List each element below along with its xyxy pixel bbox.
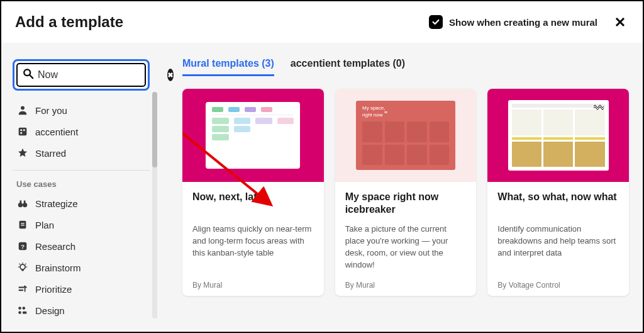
sidebar-item-label: Starred	[35, 148, 66, 159]
svg-line-1	[30, 75, 33, 78]
template-card-what-so-what[interactable]: What, so what, now what Identify communi…	[487, 89, 629, 296]
template-thumbnail: My space,right now ”	[335, 89, 477, 182]
template-card-my-space[interactable]: My space,right now ” My space right now …	[335, 89, 477, 296]
sidebar-scrollbar[interactable]	[152, 92, 157, 319]
sidebar-item-label: Research	[35, 241, 75, 252]
doc-icon	[16, 218, 29, 231]
svg-rect-6	[20, 132, 22, 134]
sidebar-item-brainstorm[interactable]: Brainstorm	[13, 257, 150, 278]
svg-point-26	[23, 307, 26, 310]
svg-rect-17	[21, 269, 24, 271]
sidebar-item-label: Design	[35, 305, 65, 316]
svg-point-7	[18, 203, 23, 207]
person-icon	[16, 104, 29, 116]
sidebar-item-starred[interactable]: Starred	[13, 142, 150, 164]
template-description: Take a picture of the current place you'…	[345, 223, 467, 271]
svg-rect-23	[19, 286, 23, 288]
divider	[13, 170, 150, 171]
template-thumbnail	[182, 89, 324, 182]
svg-rect-3	[19, 128, 27, 136]
scrollbar-thumb[interactable]	[152, 92, 157, 167]
sidebar-primary-nav: For you accentient Starred	[13, 99, 157, 164]
svg-rect-28	[23, 312, 26, 314]
prioritize-icon	[16, 283, 29, 295]
dialog-title: Add a template	[15, 13, 429, 31]
sidebar-item-label: For you	[35, 105, 67, 116]
sidebar: For you accentient Starred Use cases Str…	[1, 43, 157, 332]
main-content: Mural templates (3) accentient templates…	[157, 43, 643, 332]
svg-rect-4	[20, 129, 22, 131]
sidebar-item-accentient[interactable]: accentient	[13, 121, 150, 142]
sidebar-item-design[interactable]: Design	[13, 300, 150, 321]
svg-line-22	[25, 264, 26, 264]
template-thumbnail	[487, 89, 629, 182]
sidebar-item-label: Strategize	[35, 198, 78, 209]
template-title: Now, next, later	[192, 191, 314, 216]
template-description: Identify communication breakdowns and he…	[497, 223, 619, 271]
svg-line-21	[19, 264, 20, 264]
template-title: What, so what, now what	[497, 191, 619, 216]
sidebar-item-label: accentient	[35, 127, 78, 137]
svg-point-16	[20, 264, 25, 269]
svg-rect-5	[23, 129, 25, 131]
search-field[interactable]	[13, 59, 150, 91]
search-input[interactable]	[38, 69, 164, 81]
svg-point-8	[23, 203, 27, 207]
svg-point-25	[18, 307, 21, 310]
template-author: By Voltage Control	[497, 281, 619, 290]
sidebar-item-strategize[interactable]: Strategize	[13, 193, 150, 214]
template-author: By Mural	[192, 281, 314, 290]
svg-rect-13	[21, 225, 24, 225]
sidebar-section-heading: Use cases	[13, 177, 157, 193]
svg-rect-10	[24, 201, 26, 204]
checkbox-checked-icon	[429, 15, 443, 29]
toggle-label: Show when creating a new mural	[449, 17, 597, 28]
building-icon	[16, 125, 29, 138]
show-on-new-mural-toggle[interactable]: Show when creating a new mural	[429, 15, 597, 29]
close-button[interactable]	[611, 13, 629, 31]
question-icon: ?	[16, 240, 29, 252]
template-card-now-next-later[interactable]: Now, next, later Align teams quickly on …	[182, 89, 324, 296]
sidebar-item-for-you[interactable]: For you	[13, 99, 150, 121]
sidebar-item-label: Brainstorm	[35, 262, 81, 273]
search-icon	[23, 68, 34, 82]
svg-point-27	[18, 311, 21, 314]
sidebar-item-plan[interactable]: Plan	[13, 214, 150, 235]
template-title: My space right now icebreaker	[345, 191, 467, 216]
template-description: Align teams quickly on near-term and lon…	[192, 223, 314, 271]
sidebar-item-research[interactable]: ? Research	[13, 235, 150, 257]
sidebar-usecase-nav: Strategize Plan ? Research Brainstorm Pr…	[13, 193, 157, 321]
svg-point-2	[21, 106, 25, 110]
sidebar-item-label: Prioritize	[35, 284, 72, 295]
template-cards: Now, next, later Align teams quickly on …	[182, 89, 629, 296]
sidebar-item-label: Plan	[35, 220, 54, 230]
svg-text:?: ?	[21, 243, 25, 250]
binoculars-icon	[16, 197, 29, 210]
bulb-icon	[16, 261, 29, 274]
star-icon	[16, 147, 29, 159]
tab-accentient-templates[interactable]: accentient templates (0)	[291, 58, 405, 76]
design-icon	[16, 304, 29, 317]
svg-rect-12	[21, 223, 24, 223]
svg-rect-9	[20, 201, 22, 204]
dialog-header: Add a template Show when creating a new …	[1, 1, 643, 43]
template-author: By Mural	[345, 281, 467, 290]
sidebar-item-prioritize[interactable]: Prioritize	[13, 278, 150, 300]
tabs: Mural templates (3) accentient templates…	[182, 58, 629, 76]
tab-mural-templates[interactable]: Mural templates (3)	[182, 58, 274, 76]
svg-rect-24	[19, 290, 23, 291]
